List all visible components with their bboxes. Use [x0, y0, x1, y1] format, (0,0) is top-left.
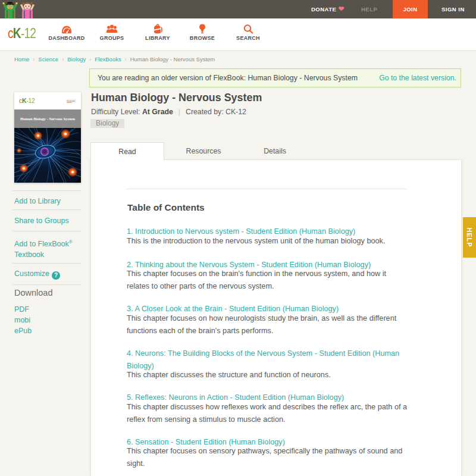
svg-text:cK-12: cK-12: [19, 97, 35, 104]
svg-text:Human Biology - Nervous System: Human Biology - Nervous System: [20, 117, 76, 121]
svg-text:flexbook: flexbook: [67, 100, 76, 102]
